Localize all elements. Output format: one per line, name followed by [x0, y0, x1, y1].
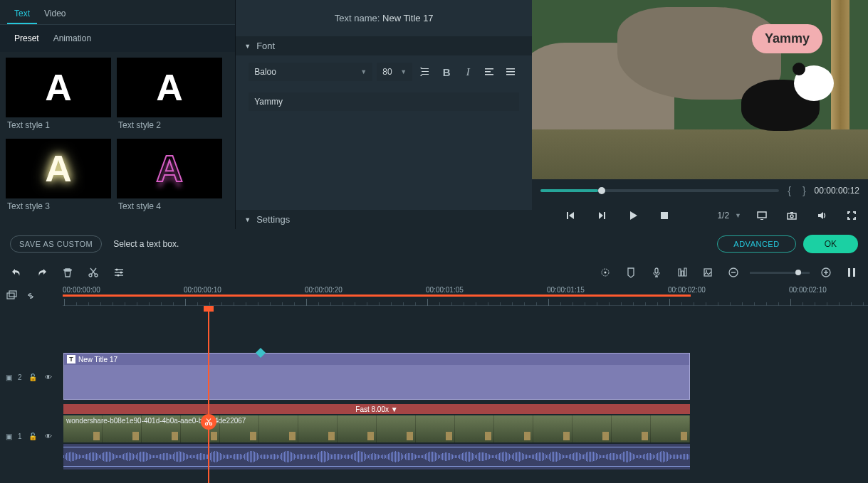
- delete-button[interactable]: [58, 263, 77, 282]
- scrub-progress: [540, 189, 597, 192]
- step-button[interactable]: [592, 206, 611, 225]
- scrub-row: { } 00:00:00:12: [532, 179, 868, 202]
- zoom-fit-button[interactable]: [842, 263, 861, 282]
- ruler-head: [0, 286, 63, 306]
- video-clip[interactable]: wondershare-b08e1e90-401d-4b0a-aae0-b4ea…: [63, 415, 690, 442]
- tracks-body[interactable]: T New Title 17 Fast 8.00x ▼ wondershare-…: [63, 306, 868, 483]
- toggle-visibility-button[interactable]: 👁: [43, 427, 53, 445]
- clip-thumbnail: [455, 415, 494, 442]
- disclosure-triangle-icon: ▼: [244, 216, 251, 223]
- audio-mixer-button[interactable]: [673, 263, 691, 282]
- scene-ground: [532, 129, 868, 179]
- speed-indicator[interactable]: Fast 8.00x ▼: [63, 404, 690, 414]
- svg-rect-2: [788, 213, 796, 219]
- italic-button[interactable]: I: [459, 63, 476, 80]
- ruler-tick-label: 00:00:01:15: [547, 286, 585, 294]
- stop-button[interactable]: [655, 206, 674, 225]
- time-ruler[interactable]: 00:00:00:0000:00:00:1000:00:00:2000:00:0…: [63, 286, 868, 306]
- line-spacing-button[interactable]: [417, 63, 434, 80]
- svg-point-7: [120, 272, 122, 274]
- redo-button[interactable]: [33, 263, 51, 282]
- preview-quality-select[interactable]: 1/2 ▼: [717, 211, 741, 221]
- crop-button[interactable]: [699, 263, 717, 282]
- undo-button[interactable]: [7, 263, 26, 282]
- font-controls: Baloo▼ 80▼ B I: [236, 55, 532, 88]
- track-head-1: ▣1 🔓 👁: [0, 401, 63, 471]
- advanced-button[interactable]: ADVANCED: [717, 235, 795, 253]
- ruler-row: 00:00:00:0000:00:00:1000:00:00:2000:00:0…: [0, 286, 868, 306]
- align-justify-button[interactable]: [502, 63, 519, 80]
- svg-rect-11: [655, 268, 658, 273]
- scrub-handle[interactable]: [598, 187, 605, 194]
- title-clip[interactable]: T New Title 17: [63, 353, 690, 400]
- fullscreen-button[interactable]: [842, 206, 861, 225]
- track-1: Fast 8.00x ▼ wondershare-b08e1e90-401d-4…: [63, 404, 868, 474]
- style-card-3[interactable]: A Text style 3: [6, 139, 111, 214]
- style-card-1[interactable]: A Text style 1: [6, 58, 111, 133]
- clip-thumbnail: [416, 415, 455, 442]
- prev-frame-button[interactable]: [561, 206, 580, 225]
- text-content-input[interactable]: Yammy: [249, 92, 519, 111]
- font-family-value: Baloo: [254, 67, 276, 77]
- callout-bubble[interactable]: Yammy: [752, 24, 822, 53]
- align-left-button[interactable]: [481, 63, 498, 80]
- clip-thumbnail: [612, 415, 651, 442]
- main-tabs: Text Video: [0, 0, 235, 25]
- audio-clip[interactable]: [63, 444, 690, 469]
- adjust-button[interactable]: [110, 263, 128, 282]
- tab-text[interactable]: Text: [7, 4, 37, 24]
- lock-track-button[interactable]: 🔓: [28, 427, 38, 445]
- track-2: T New Title 17: [63, 353, 868, 401]
- subtab-preset[interactable]: Preset: [7, 28, 46, 49]
- font-family-select[interactable]: Baloo▼: [249, 63, 372, 81]
- tracks-area: ▣2 🔓 👁 ▣1 🔓 👁 T New Title 17: [0, 306, 868, 483]
- audio-bound: [63, 447, 690, 447]
- speed-label: Fast 8.00x: [355, 405, 389, 413]
- zoom-slider[interactable]: [750, 272, 810, 274]
- ok-button[interactable]: OK: [803, 235, 858, 253]
- svg-rect-19: [9, 291, 16, 297]
- play-button[interactable]: [624, 206, 642, 225]
- volume-button[interactable]: [812, 206, 831, 225]
- video-preview[interactable]: Yammy: [532, 0, 868, 179]
- toggle-visibility-button[interactable]: 👁: [43, 368, 53, 386]
- scrub-bar[interactable]: [540, 189, 779, 192]
- ruler-tick-label: 00:00:02:10: [789, 286, 827, 294]
- style-label: Text style 4: [117, 198, 222, 214]
- track-type-icon: ▣: [6, 432, 12, 440]
- link-button[interactable]: [24, 290, 37, 302]
- save-as-custom-button[interactable]: SAVE AS CUSTOM: [10, 235, 102, 253]
- text-name-label: Text name:: [335, 13, 382, 23]
- clip-thumbnail: [338, 415, 377, 442]
- manage-tracks-button[interactable]: [6, 290, 19, 302]
- chevron-down-icon: ▼: [400, 68, 407, 75]
- mark-in-button[interactable]: {: [785, 185, 794, 196]
- render-button[interactable]: [596, 263, 615, 282]
- snapshot-button[interactable]: [783, 206, 801, 225]
- ruler-tick: [306, 299, 307, 306]
- subtab-animation[interactable]: Animation: [46, 28, 98, 49]
- screen-button[interactable]: [753, 206, 771, 225]
- ruler-tick: [669, 299, 670, 306]
- style-label: Text style 3: [6, 198, 111, 214]
- clip-filename: wondershare-b08e1e90-401d-4b0a-aae0-b4ea…: [66, 417, 246, 425]
- font-section-header[interactable]: ▼ Font: [236, 36, 532, 55]
- mark-out-button[interactable]: }: [800, 185, 809, 196]
- zoom-handle[interactable]: [795, 270, 801, 275]
- zoom-out-button[interactable]: [724, 263, 743, 282]
- marker-button[interactable]: [622, 263, 640, 282]
- style-card-2[interactable]: A Text style 2: [117, 58, 222, 133]
- playhead-handle[interactable]: [204, 306, 214, 312]
- settings-section-header[interactable]: ▼ Settings: [236, 210, 532, 229]
- lock-track-button[interactable]: 🔓: [28, 368, 38, 386]
- zoom-in-button[interactable]: [817, 263, 835, 282]
- voiceover-button[interactable]: [647, 263, 666, 282]
- tab-video[interactable]: Video: [37, 4, 73, 24]
- clip-thumbnail: [572, 415, 612, 442]
- bold-button[interactable]: B: [438, 63, 455, 80]
- timeline: 00:00:00:0000:00:00:1000:00:00:2000:00:0…: [0, 286, 868, 483]
- style-card-4[interactable]: A Text style 4: [117, 139, 222, 214]
- font-size-select[interactable]: 80▼: [377, 63, 412, 81]
- clip-thumbnail: [494, 415, 533, 442]
- cut-button[interactable]: [84, 263, 103, 282]
